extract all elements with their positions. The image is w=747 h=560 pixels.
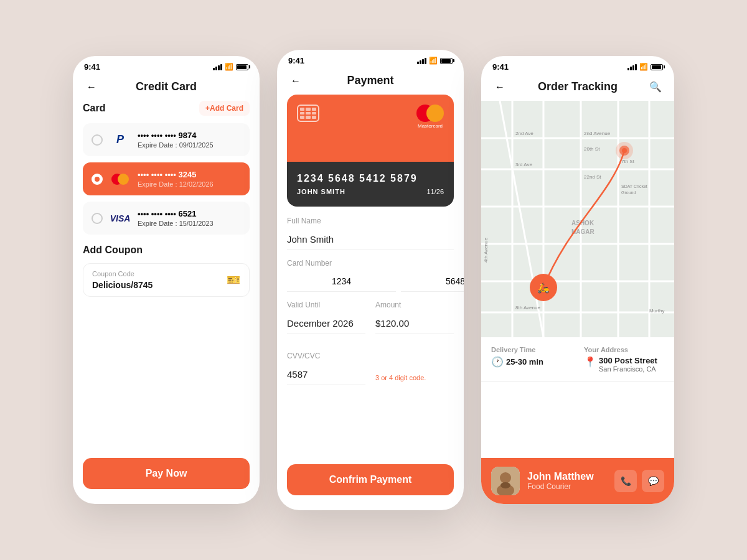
mastercard-logo xyxy=(109,172,131,187)
card-info-mastercard: •••• •••• •••• 3245 Expire Date : 12/02/… xyxy=(138,170,241,188)
page-title-3: Order Tracking xyxy=(538,80,618,93)
svg-text:3rd Ave: 3rd Ave xyxy=(515,162,533,167)
cc-top: Mastercard xyxy=(287,95,454,162)
card-info-visa: •••• •••• •••• 6521 Expire Date : 15/01/… xyxy=(138,209,241,227)
radio-visa[interactable] xyxy=(92,213,103,224)
svg-text:2nd Ave: 2nd Ave xyxy=(515,131,533,136)
card-number-fields xyxy=(287,271,454,292)
payment-form: Full Name Card Number Valid Until Amount xyxy=(277,217,464,395)
radio-mastercard[interactable] xyxy=(92,174,103,185)
courier-bar: John Matthew Food Courier 📞 💬 xyxy=(481,458,674,504)
courier-actions: 📞 💬 xyxy=(614,470,664,492)
amount-input[interactable] xyxy=(375,313,454,334)
mc-label: Mastercard xyxy=(418,123,443,129)
visa-logo: VISA xyxy=(109,211,131,226)
header-2: ← Payment xyxy=(277,69,464,95)
coupon-section: Add Coupon Coupon Code Delicious/8745 🎫 xyxy=(83,245,250,297)
valid-until-input[interactable] xyxy=(287,313,365,334)
page-title-1: Credit Card xyxy=(136,80,197,93)
phone1-content: Card +Add Card P •••• •••• •••• 9874 Exp… xyxy=(73,101,260,297)
card-expire-visa: Expire Date : 15/01/2023 xyxy=(138,220,241,227)
svg-text:4th Avenue: 4th Avenue xyxy=(483,238,489,263)
full-name-input[interactable] xyxy=(287,229,454,250)
valid-amount-row: Valid Until Amount xyxy=(287,301,454,343)
time-icon: 🕐 xyxy=(491,356,504,368)
phone-credit-card: 9:41 📶 ← Credit Card C xyxy=(73,56,260,504)
message-courier-button[interactable]: 💬 xyxy=(642,470,664,492)
card-expire-mastercard: Expire Date : 12/02/2026 xyxy=(138,180,241,188)
delivery-time-label: Delivery Time xyxy=(491,346,571,353)
radio-paypal[interactable] xyxy=(92,134,103,146)
card-info-paypal: •••• •••• •••• 9874 Expire Date : 09/01/… xyxy=(138,131,241,149)
svg-text:Murthy: Murthy xyxy=(649,308,664,314)
svg-text:20th St: 20th St xyxy=(584,146,600,152)
courier-avatar xyxy=(491,467,520,495)
card-item-mastercard[interactable]: •••• •••• •••• 3245 Expire Date : 12/02/… xyxy=(83,162,250,195)
card-field-2[interactable] xyxy=(401,271,464,292)
cvv-row: 3 or 4 digit code. xyxy=(287,364,454,395)
address-line1: 300 Post Street xyxy=(599,356,657,365)
card-number-label: Card Number xyxy=(287,259,454,268)
svg-point-28 xyxy=(622,148,627,153)
cc-number-display: 1234 5648 5412 5879 xyxy=(297,173,444,184)
status-bar-1: 9:41 📶 xyxy=(73,56,260,75)
svg-text:Ground: Ground xyxy=(621,190,636,195)
cvv-input[interactable] xyxy=(287,364,365,385)
card-section-title: Card xyxy=(83,103,105,114)
page-title-2: Payment xyxy=(347,74,393,87)
back-button-1[interactable]: ← xyxy=(83,78,100,96)
card-number-visa: •••• •••• •••• 6521 xyxy=(138,209,241,218)
confirm-payment-button[interactable]: Confrim Payment xyxy=(287,464,454,495)
battery-icon-2 xyxy=(440,58,453,64)
amount-label: Amount xyxy=(375,301,454,309)
coupon-section-title: Add Coupon xyxy=(83,245,250,256)
svg-text:8th Avenue: 8th Avenue xyxy=(515,305,540,310)
coupon-label: Coupon Code xyxy=(92,270,240,278)
battery-icon-1 xyxy=(236,64,248,70)
card-field-1[interactable] xyxy=(287,271,396,292)
address-block: Your Address 📍 300 Post Street San Franc… xyxy=(584,346,664,373)
svg-text:SDAT Cricket: SDAT Cricket xyxy=(621,184,647,189)
svg-point-34 xyxy=(500,482,510,488)
phone-order-tracking: 9:41 📶 ← Order Tracking 🔍 xyxy=(481,56,674,504)
card-item-paypal[interactable]: P •••• •••• •••• 9874 Expire Date : 09/0… xyxy=(83,123,250,156)
back-button-3[interactable]: ← xyxy=(491,78,509,96)
svg-text:22nd St: 22nd St xyxy=(584,174,601,180)
wifi-icon-1: 📶 xyxy=(225,63,233,71)
coupon-box: Coupon Code Delicious/8745 🎫 xyxy=(83,263,250,297)
card-number-mastercard: •••• •••• •••• 3245 xyxy=(138,170,241,179)
add-card-button[interactable]: +Add Card xyxy=(199,101,250,116)
svg-text:7th St: 7th St xyxy=(621,159,635,164)
cc-bottom: 1234 5648 5412 5879 JOHN SMITH 11/26 xyxy=(287,162,454,207)
card-item-visa[interactable]: VISA •••• •••• •••• 6521 Expire Date : 1… xyxy=(83,202,250,235)
cc-footer: JOHN SMITH 11/26 xyxy=(297,188,444,195)
signal-bars-1 xyxy=(213,64,222,70)
status-time-3: 9:41 xyxy=(492,62,509,72)
address-icon: 📍 xyxy=(584,356,596,368)
card-section-header: Card +Add Card xyxy=(83,101,250,116)
header-1: ← Credit Card xyxy=(73,75,260,101)
wifi-icon-2: 📶 xyxy=(429,57,438,65)
svg-point-32 xyxy=(500,472,511,483)
screens-container: 9:41 📶 ← Credit Card C xyxy=(48,25,699,535)
delivery-info: Delivery Time 🕐 25-30 min Your Address 📍… xyxy=(481,337,674,382)
delivery-time-block: Delivery Time 🕐 25-30 min xyxy=(491,346,571,373)
address-label: Your Address xyxy=(584,346,664,353)
card-number-paypal: •••• •••• •••• 9874 xyxy=(138,131,241,140)
back-button-2[interactable]: ← xyxy=(287,72,304,90)
cvv-label: CVV/CVC xyxy=(287,352,454,360)
header-3: ← Order Tracking 🔍 xyxy=(481,75,674,101)
search-button-3[interactable]: 🔍 xyxy=(647,78,664,96)
status-time-2: 9:41 xyxy=(288,56,304,65)
call-courier-button[interactable]: 📞 xyxy=(614,470,637,492)
signal-bars-2 xyxy=(417,58,426,64)
battery-icon-3 xyxy=(651,64,663,70)
chip-icon xyxy=(297,105,319,122)
courier-name: John Matthew xyxy=(527,471,607,482)
courier-role: Food Courier xyxy=(527,482,607,491)
svg-text:2nd Avenue: 2nd Avenue xyxy=(584,131,611,136)
status-icons-2: 📶 xyxy=(417,57,453,65)
mastercard-visual: Mastercard xyxy=(416,105,444,129)
pay-now-button[interactable]: Pay Now xyxy=(83,458,250,489)
status-bar-2: 9:41 📶 xyxy=(277,50,464,69)
